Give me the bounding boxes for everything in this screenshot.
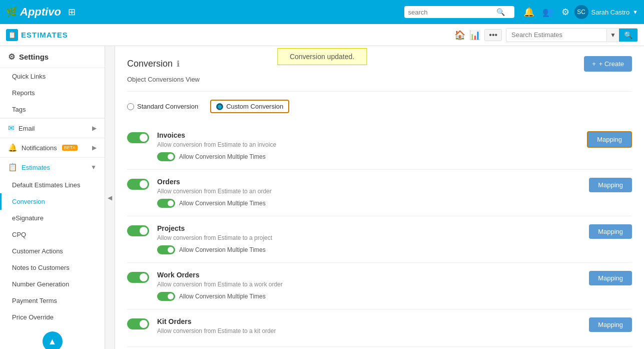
sidebar-item-notes-to-customers[interactable]: Notes to Customers — [0, 259, 105, 276]
work-orders-mapping-button[interactable]: Mapping — [589, 271, 632, 285]
search-dropdown-icon[interactable]: ▼ — [606, 29, 619, 41]
estimates-nav-icon: 📋 — [8, 163, 18, 172]
standard-conversion-radio[interactable] — [127, 103, 134, 110]
sidebar-collapse-handle[interactable]: ◀ — [105, 46, 115, 349]
invoices-toggle-container — [127, 132, 149, 145]
sidebar-item-tags[interactable]: Tags — [0, 101, 105, 118]
subheader: 📋 ESTIMATES Conversion updated. 🏠 📊 ••• … — [0, 24, 644, 46]
work-orders-info: Work Orders Allow conversion from Estima… — [157, 271, 581, 288]
invoices-description: Allow conversion from Estimate to an inv… — [157, 141, 579, 148]
orders-allow-multiple-label: Allow Conversion Multiple Times — [179, 200, 266, 207]
conversion-item-orders: Orders Allow conversion from Estimate to… — [127, 170, 632, 216]
work-orders-allow-multiple-toggle[interactable] — [157, 292, 175, 301]
custom-conversion-radio[interactable] — [216, 103, 223, 110]
invoices-info: Invoices Allow conversion from Estimate … — [157, 131, 579, 148]
grid-icon[interactable]: ⊞ — [68, 7, 76, 18]
search-icon: 🔍 — [496, 8, 505, 16]
avatar: SC — [574, 5, 588, 19]
projects-mapping-button[interactable]: Mapping — [589, 224, 632, 239]
navbar: 🌿 Apptivo ⊞ 🔍 🔔 👥 ⚙ SC Sarah Castro ▼ — [0, 0, 644, 24]
settings-icon[interactable]: ⚙ — [561, 7, 569, 18]
orders-toggle[interactable] — [127, 179, 149, 190]
create-button[interactable]: + + Create — [584, 56, 632, 72]
orders-allow-multiple-toggle[interactable] — [157, 199, 175, 208]
create-plus-icon: + — [592, 60, 596, 68]
bell-nav-icon: 🔔 — [8, 143, 18, 152]
sidebar-item-number-generation[interactable]: Number Generation — [0, 276, 105, 292]
sidebar-item-default-estimates-lines[interactable]: Default Estimates Lines — [0, 177, 105, 193]
sidebar-item-estimates[interactable]: 📋 Estimates ▼ — [0, 157, 105, 177]
projects-description: Allow conversion from Estimate to a proj… — [157, 234, 581, 241]
module-search-input[interactable] — [506, 29, 606, 41]
user-menu[interactable]: SC Sarah Castro ▼ — [574, 5, 638, 19]
kit-orders-info: Kit Orders Allow conversion from Estimat… — [157, 317, 581, 334]
work-orders-header: Work Orders Allow conversion from Estima… — [127, 271, 632, 288]
sidebar-item-conversion[interactable]: Conversion — [0, 193, 105, 210]
kit-orders-header: Kit Orders Allow conversion from Estimat… — [127, 317, 632, 334]
page-title: Conversion ℹ — [127, 59, 180, 69]
toast-notification: Conversion updated. — [277, 48, 367, 65]
kit-orders-toggle-container — [127, 318, 149, 331]
user-name-label: Sarah Castro — [591, 9, 630, 16]
custom-conversion-label: Custom Conversion — [226, 103, 283, 110]
orders-description: Allow conversion from Estimate to an ord… — [157, 188, 581, 195]
kit-orders-mapping-button[interactable]: Mapping — [589, 317, 632, 332]
global-search-box[interactable]: 🔍 — [404, 6, 514, 18]
kit-orders-title: Kit Orders — [157, 317, 581, 325]
sidebar-item-notifications[interactable]: 🔔 Notifications BETA ▶ — [0, 138, 105, 157]
gear-icon: ⚙ — [8, 52, 15, 62]
custom-conversion-option[interactable]: Custom Conversion — [216, 103, 283, 110]
projects-title: Projects — [157, 224, 581, 232]
conversion-item-invoices: Invoices Allow conversion from Estimate … — [127, 123, 632, 170]
app-logo[interactable]: 🌿 Apptivo — [6, 6, 61, 19]
contacts-icon[interactable]: 👥 — [542, 7, 553, 18]
bell-icon[interactable]: 🔔 — [523, 7, 534, 18]
sidebar-header: ⚙ Settings — [0, 46, 105, 68]
module-title: ESTIMATES — [21, 31, 68, 39]
main-layout: ⚙ Settings Quick Links Reports Tags ✉ Em… — [0, 46, 644, 349]
sidebar-item-cpq[interactable]: CPQ — [0, 226, 105, 243]
projects-toggle-container — [127, 225, 149, 238]
module-search-box: ▼ 🔍 — [506, 28, 638, 42]
orders-header: Orders Allow conversion from Estimate to… — [127, 178, 632, 195]
projects-allow-multiple-label: Allow Conversion Multiple Times — [179, 246, 266, 253]
section-subtitle: Object Conversions View — [127, 76, 632, 83]
scroll-top-button[interactable]: ▲ — [43, 331, 63, 349]
sidebar-item-customer-actions[interactable]: Customer Actions — [0, 243, 105, 259]
sidebar-item-reports[interactable]: Reports — [0, 85, 105, 101]
sidebar-item-payment-terms[interactable]: Payment Terms — [0, 292, 105, 309]
more-options-button[interactable]: ••• — [484, 29, 502, 41]
search-go-button[interactable]: 🔍 — [619, 29, 637, 42]
projects-info: Projects Allow conversion from Estimate … — [157, 224, 581, 241]
chart-icon[interactable]: 📊 — [469, 30, 480, 41]
estimates-chevron-icon: ▼ — [91, 164, 97, 171]
kit-orders-toggle[interactable] — [127, 318, 149, 329]
standard-conversion-option[interactable]: Standard Conversion — [127, 103, 198, 110]
sidebar-item-quicklinks[interactable]: Quick Links — [0, 68, 105, 85]
projects-allow-multiple-toggle[interactable] — [157, 245, 175, 254]
invoices-header: Invoices Allow conversion from Estimate … — [127, 131, 632, 148]
app-name: Apptivo — [20, 6, 61, 19]
info-icon[interactable]: ℹ — [177, 59, 180, 69]
work-orders-allow-multiple-row: Allow Conversion Multiple Times — [157, 292, 632, 301]
invoices-toggle[interactable] — [127, 132, 149, 143]
work-orders-allow-multiple-label: Allow Conversion Multiple Times — [179, 293, 266, 300]
sidebar-item-email[interactable]: ✉ Email ▶ — [0, 118, 105, 138]
invoices-allow-multiple-label: Allow Conversion Multiple Times — [179, 153, 266, 160]
global-search-input[interactable] — [408, 9, 493, 16]
invoices-mapping-button[interactable]: Mapping — [587, 131, 632, 148]
conversion-item-projects: Projects Allow conversion from Estimate … — [127, 216, 632, 263]
work-orders-toggle[interactable] — [127, 272, 149, 283]
page-header: Conversion ℹ + + Create — [127, 56, 632, 72]
work-orders-title: Work Orders — [157, 271, 581, 279]
sidebar-item-price-override[interactable]: Price Override — [0, 309, 105, 325]
projects-toggle[interactable] — [127, 225, 149, 236]
home-icon[interactable]: 🏠 — [454, 30, 465, 41]
sidebar-item-esignature[interactable]: eSignature — [0, 210, 105, 226]
module-icon: 📋 — [6, 29, 18, 41]
user-chevron-icon: ▼ — [632, 9, 638, 15]
orders-mapping-button[interactable]: Mapping — [589, 178, 632, 192]
work-orders-toggle-container — [127, 272, 149, 284]
invoices-allow-multiple-toggle[interactable] — [157, 152, 175, 161]
kit-orders-description: Allow conversion from Estimate to a kit … — [157, 327, 581, 334]
